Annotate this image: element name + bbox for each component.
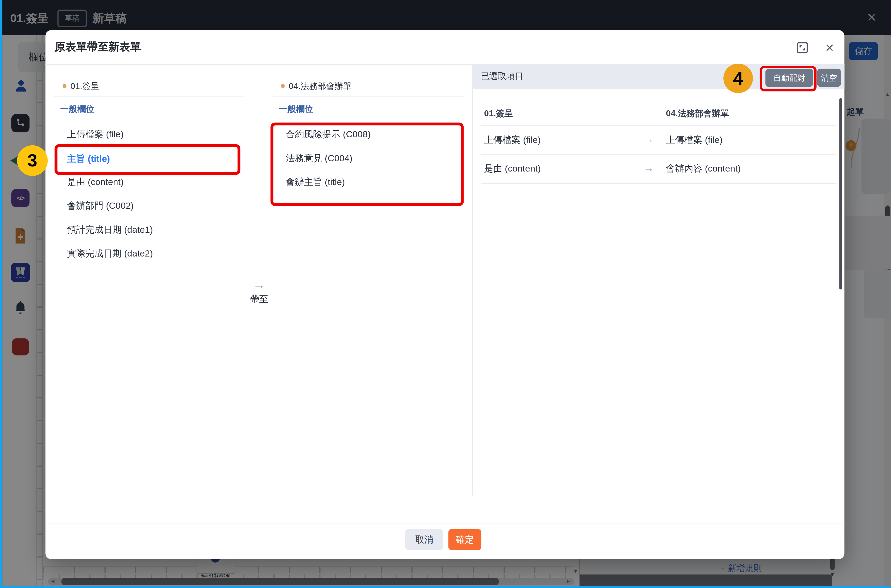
- mapping-to: 上傳檔案 (file): [666, 135, 723, 147]
- dialog-close-icon[interactable]: ✕: [822, 40, 838, 56]
- source-field[interactable]: 上傳檔案 (file): [67, 128, 123, 142]
- divider: [481, 125, 836, 126]
- mapping-to: 會辦內容 (content): [666, 163, 741, 175]
- divider: [273, 96, 465, 97]
- mapping-from: 上傳檔案 (file): [484, 135, 541, 147]
- clear-button[interactable]: 清空: [817, 69, 841, 87]
- annotation-step-3: 3: [17, 146, 48, 176]
- divider: [472, 64, 473, 495]
- bring-to-label: 帶至: [242, 293, 276, 305]
- mapping-col-source: 01.簽呈: [484, 108, 513, 119]
- bring-to-arrow-icon: →: [242, 278, 276, 292]
- selected-panel-title: 已選取項目: [481, 71, 523, 82]
- mapping-arrow-icon: →: [643, 162, 654, 174]
- form-dot-icon: [281, 84, 285, 88]
- mapping-from: 是由 (content): [484, 163, 541, 175]
- source-field[interactable]: 預計完成日期 (date1): [67, 223, 153, 237]
- divider: [54, 96, 244, 97]
- annotation-step-4: 4: [723, 64, 753, 93]
- divider: [45, 523, 844, 523]
- form-dot-icon: [63, 84, 67, 88]
- target-section-label[interactable]: 一般欄位: [279, 104, 313, 115]
- bring-fields-dialog: 原表單帶至新表單 ✕ 01.簽呈 一般欄位 上傳檔案 (file) 主旨 (ti…: [45, 30, 844, 559]
- window-border: [0, 586, 891, 588]
- annotation-box-selected-field: [54, 144, 240, 175]
- source-form-name: 01.簽呈: [71, 81, 99, 92]
- target-form-name: 04.法務部會辦單: [289, 81, 352, 92]
- mapping-col-target: 04.法務部會辦單: [666, 108, 729, 119]
- app-window: 01.簽呈 草稿 新草稿 ✕ </> 欄位 儲存: [0, 0, 891, 588]
- cancel-button[interactable]: 取消: [405, 529, 443, 550]
- window-border: [0, 0, 2, 588]
- divider: [481, 183, 836, 184]
- confirm-button[interactable]: 確定: [449, 529, 482, 550]
- annotation-box-auto-match: [760, 66, 816, 92]
- source-field[interactable]: 是由 (content): [67, 176, 123, 189]
- dialog-title: 原表單帶至新表單: [54, 40, 141, 54]
- divider: [481, 154, 836, 155]
- maximize-icon[interactable]: [795, 41, 809, 55]
- source-section-label[interactable]: 一般欄位: [60, 104, 94, 115]
- source-field[interactable]: 會辦部門 (C002): [67, 200, 134, 213]
- annotation-box-target-fields: [271, 123, 464, 206]
- mapping-arrow-icon: →: [643, 134, 654, 146]
- source-field[interactable]: 實際完成日期 (date2): [67, 247, 153, 261]
- mapping-scrollbar-thumb[interactable]: [839, 98, 842, 290]
